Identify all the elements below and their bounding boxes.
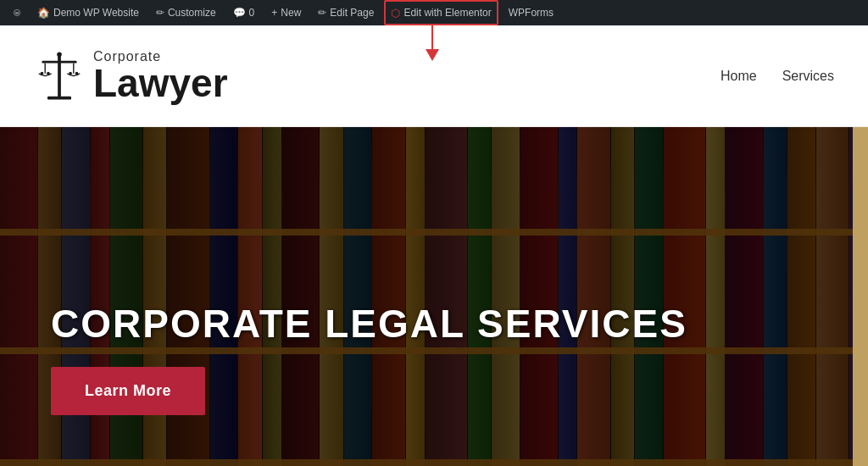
wpforms-button[interactable]: WPForms — [502, 0, 560, 25]
svg-point-11 — [75, 71, 79, 75]
admin-bar: W 🏠 Demo WP Website ✏ Customize 💬 0 + Ne… — [0, 0, 868, 25]
svg-point-8 — [41, 71, 44, 75]
edit-page-icon: ✏ — [318, 7, 326, 19]
svg-rect-3 — [47, 96, 71, 99]
nav-services-link[interactable]: Services — [782, 69, 834, 84]
hero-side-strip — [853, 127, 868, 466]
home-icon: 🏠 — [37, 7, 50, 19]
hero-section: CORPORATE LEGAL SERVICES Learn More — [0, 127, 868, 466]
logo-lawyer: Lawyer — [93, 64, 228, 103]
new-button[interactable]: + New — [264, 0, 308, 25]
arrow-indicator — [426, 24, 439, 61]
svg-rect-4 — [42, 60, 76, 63]
nav-home-link[interactable]: Home — [721, 69, 757, 84]
learn-more-button[interactable]: Learn More — [51, 367, 205, 415]
site-navigation: Home Services — [721, 69, 834, 84]
arrow-head — [426, 49, 439, 61]
svg-point-7 — [57, 52, 62, 57]
logo-area[interactable]: Corporate Lawyer — [34, 47, 228, 106]
svg-point-9 — [47, 71, 50, 75]
hero-content: CORPORATE LEGAL SERVICES Learn More — [51, 301, 687, 415]
plus-icon: + — [271, 7, 277, 19]
hero-overlay — [0, 127, 868, 466]
edit-with-elementor-button[interactable]: ⬡ Edit with Elementor — [384, 0, 498, 25]
logo-text: Corporate Lawyer — [93, 49, 228, 103]
elementor-icon: ⬡ — [391, 7, 400, 19]
customize-icon: ✏ — [156, 7, 164, 19]
demo-wp-website-link[interactable]: 🏠 Demo WP Website — [31, 0, 146, 25]
scales-of-justice-icon — [34, 47, 85, 106]
svg-text:W: W — [15, 11, 19, 15]
wp-logo-button[interactable]: W — [7, 3, 27, 23]
comment-icon: 💬 — [233, 7, 246, 19]
customize-button[interactable]: ✏ Customize — [149, 0, 223, 25]
arrow-line — [431, 24, 433, 49]
hero-title: CORPORATE LEGAL SERVICES — [51, 301, 687, 347]
comments-button[interactable]: 💬 0 — [226, 0, 262, 25]
edit-page-button[interactable]: ✏ Edit Page — [311, 0, 381, 25]
svg-point-10 — [69, 71, 72, 75]
